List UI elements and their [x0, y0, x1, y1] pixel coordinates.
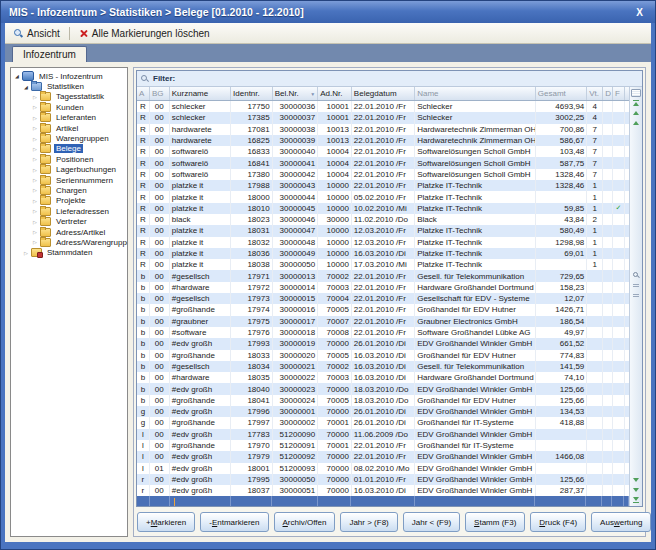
table-row[interactable]: R00hardwarete16825300000391001322.01.201…: [137, 135, 629, 146]
table-row[interactable]: R00platzke it18000300000441000005.02.201…: [137, 191, 629, 202]
tree-item-tagesstatistik[interactable]: Tagesstatistik: [11, 92, 127, 102]
table-row[interactable]: b00#graubner17975300000177000722.01.2010…: [137, 316, 629, 327]
table-row[interactable]: R00platzke it18010300000451000010.02.201…: [137, 203, 629, 214]
tree-collapsed-arrow-icon[interactable]: [31, 93, 39, 101]
column-header-kurzname[interactable]: Kurzname: [170, 87, 231, 100]
tree-item-chargen[interactable]: Chargen: [11, 185, 127, 195]
tab-infozentrum[interactable]: Infozentrum: [12, 46, 87, 62]
column-header-d[interactable]: D: [603, 87, 613, 100]
tree-item-artikel[interactable]: Artikel: [11, 123, 127, 133]
grip-icon-2[interactable]: [633, 292, 639, 300]
close-button[interactable]: X: [632, 7, 647, 18]
tree-collapsed-arrow-icon[interactable]: [31, 145, 39, 153]
column-chooser-icon[interactable]: [631, 89, 641, 97]
column-header-vt[interactable]: Vt.: [587, 87, 603, 100]
column-header-identnr[interactable]: Identnr.: [231, 87, 273, 100]
table-row[interactable]: g00#großhande17997300000027000126.01.201…: [137, 417, 629, 428]
column-header-a[interactable]: A: [137, 87, 150, 100]
table-row[interactable]: R00softwarelö16833300000401000422.01.201…: [137, 146, 629, 157]
tree-item-lagerbuchungen[interactable]: Lagerbuchungen: [11, 165, 127, 175]
table-row[interactable]: R00platzke it18031300000471000012.03.201…: [137, 225, 629, 236]
tree-item-seriennummern[interactable]: Seriennummern: [11, 175, 127, 185]
entmarkieren-button[interactable]: - Entmarkieren: [200, 512, 268, 532]
tree-item-stammdaten[interactable]: Stammdaten: [11, 248, 127, 258]
tree-collapsed-arrow-icon[interactable]: [31, 186, 39, 194]
archiv-offen-button[interactable]: Archiv/Offen: [274, 512, 336, 532]
column-header-gesamt[interactable]: Gesamt: [536, 87, 587, 100]
tree-item-adress-warengruppen[interactable]: Adress/Warengruppen: [11, 237, 127, 247]
tree-item-vertreter[interactable]: Vertreter: [11, 216, 127, 226]
stamm-f3-button[interactable]: Stamm (F3): [465, 512, 525, 532]
tree-collapsed-arrow-icon[interactable]: [22, 249, 30, 257]
tree-collapsed-arrow-icon[interactable]: [31, 114, 39, 122]
ansicht-button[interactable]: Ansicht: [9, 27, 65, 40]
tree-collapsed-arrow-icon[interactable]: [31, 124, 39, 132]
tree-item-adress-artikel[interactable]: Adress/Artikel: [11, 227, 127, 237]
scroll-down-icon[interactable]: [633, 476, 639, 484]
table-row[interactable]: R00softwarelö16841300000411000422.01.201…: [137, 157, 629, 168]
tree-collapsed-arrow-icon[interactable]: [31, 103, 39, 111]
table-row[interactable]: l00#edv großh17979512000927000022.01.201…: [137, 451, 629, 462]
selected-empty-row[interactable]: [137, 496, 629, 506]
tree-collapsed-arrow-icon[interactable]: [31, 228, 39, 236]
tree-item-warengruppen[interactable]: Warengruppen: [11, 133, 127, 143]
table-row[interactable]: b00#großhande18033300000207000516.03.201…: [137, 350, 629, 361]
tree-expanded-arrow-icon[interactable]: [22, 83, 30, 91]
table-row[interactable]: R00platzke it18036300000491000016.03.201…: [137, 248, 629, 259]
table-row[interactable]: b00#hardware17972300000147000322.01.2010…: [137, 282, 629, 293]
table-row[interactable]: b00#software17976300000187000822.01.2010…: [137, 327, 629, 338]
tree-collapsed-arrow-icon[interactable]: [31, 176, 39, 184]
tree-item-projekte[interactable]: Projekte: [11, 196, 127, 206]
table-row[interactable]: l01#edv großh18001512000937000008.02.201…: [137, 463, 629, 474]
table-row[interactable]: b00#edv großh18040300000237000018.03.201…: [137, 383, 629, 394]
tree-collapsed-arrow-icon[interactable]: [31, 207, 39, 215]
scroll-up-icon[interactable]: [633, 119, 639, 127]
table-row[interactable]: R00black18023300000463000011.02.2010 /Do…: [137, 214, 629, 225]
column-header-bel-nr[interactable]: Bel.Nr.▼: [273, 87, 319, 100]
scroll-first-icon[interactable]: [633, 99, 639, 107]
table-row[interactable]: r00#edv großh17995300000507000001.01.201…: [137, 474, 629, 485]
table-row[interactable]: b00#großhande17974300000167000522.01.201…: [137, 304, 629, 315]
jahr-f8-button[interactable]: Jahr > (F8): [340, 512, 397, 532]
table-row[interactable]: R00platzke it18038300000501000017.03.201…: [137, 259, 629, 270]
table-row[interactable]: R00schlecker17750300000361000122.01.2010…: [137, 101, 629, 112]
column-header-name[interactable]: Name: [415, 87, 536, 100]
column-header-f[interactable]: F: [613, 87, 625, 100]
table-row[interactable]: b00#gesellsch17973300000157000422.01.201…: [137, 293, 629, 304]
grid-scroll-strip[interactable]: [629, 87, 642, 506]
tree-collapsed-arrow-icon[interactable]: [31, 135, 39, 143]
table-row[interactable]: b00#gesellsch17971300000137000222.01.201…: [137, 270, 629, 281]
table-row[interactable]: b00#gesellsch18034300000217000216.03.201…: [137, 361, 629, 372]
tree-item-lieferadressen[interactable]: Lieferadressen: [11, 206, 127, 216]
table-row[interactable]: R00platzke it18032300000481000012.03.201…: [137, 237, 629, 248]
search-icon[interactable]: [633, 272, 640, 280]
table-row[interactable]: r00#edv großh18037300000517000016.03.201…: [137, 485, 629, 496]
table-row[interactable]: l00#edv großh17783512000907000011.06.200…: [137, 429, 629, 440]
tree-item-kunden[interactable]: Kunden: [11, 102, 127, 112]
tree-item-lieferanten[interactable]: Lieferanten: [11, 113, 127, 123]
table-row[interactable]: b00#edv großh17993300000197000026.01.201…: [137, 338, 629, 349]
tree-expanded-arrow-icon[interactable]: [13, 72, 21, 80]
auswertung-button[interactable]: Auswertung: [591, 512, 651, 532]
tree-item-positionen[interactable]: Positionen: [11, 154, 127, 164]
table-row[interactable]: R00schlecker17385300000371000122.01.2010…: [137, 112, 629, 123]
table-row[interactable]: l00#großhande17970512000917000122.01.201…: [137, 440, 629, 451]
column-header-ad-nr[interactable]: Ad.Nr.: [318, 87, 352, 100]
druck-f4-button[interactable]: Druck (F4): [530, 512, 586, 532]
grip-icon[interactable]: [633, 282, 639, 290]
tree-item-belege[interactable]: Belege: [11, 144, 127, 154]
tree-collapsed-arrow-icon[interactable]: [31, 155, 39, 163]
tree-collapsed-arrow-icon[interactable]: [31, 166, 39, 174]
tree-collapsed-arrow-icon[interactable]: [31, 238, 39, 246]
scroll-last-icon[interactable]: [633, 496, 639, 504]
column-header-belegdatum[interactable]: Belegdatum: [352, 87, 415, 100]
column-header-bg[interactable]: BG: [150, 87, 170, 100]
filter-row[interactable]: Filter:: [137, 71, 642, 87]
table-row[interactable]: b00#hardware18035300000227000316.03.2010…: [137, 372, 629, 383]
table-row[interactable]: R00softwarelö17380300000421000422.01.201…: [137, 169, 629, 180]
table-row[interactable]: g00#edv großh17996300000017000026.01.201…: [137, 406, 629, 417]
tree-item-mis-infozentrum[interactable]: MIS - Infozentrum: [11, 71, 127, 81]
clear-markings-button[interactable]: Alle Markierungen löschen: [74, 27, 215, 40]
scroll-page-up-icon[interactable]: [633, 109, 639, 117]
tree-collapsed-arrow-icon[interactable]: [31, 218, 39, 226]
